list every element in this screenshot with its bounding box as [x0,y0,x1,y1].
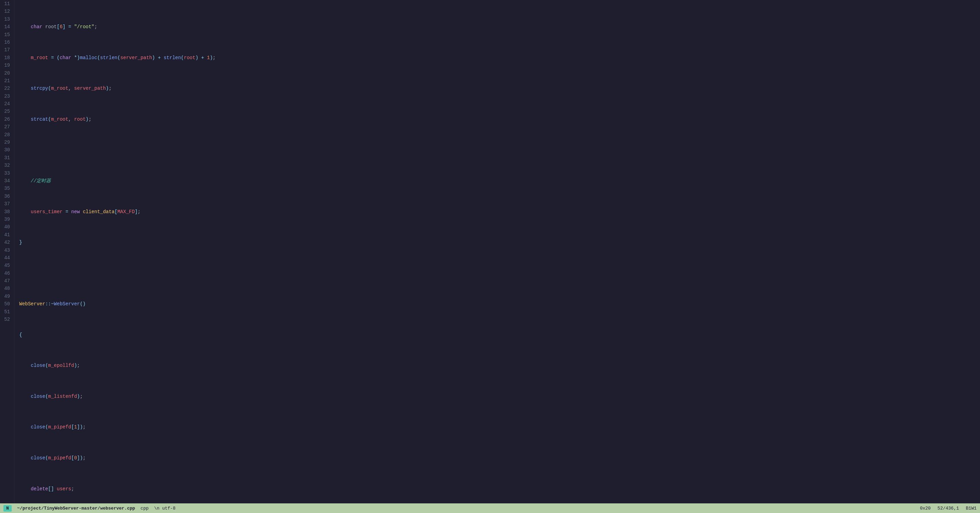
code-line-18: } [19,239,980,246]
line-ending: \n utf-8 [154,506,175,511]
code-line-23: close(m_listenfd); [19,393,980,400]
code-line-21: { [19,331,980,339]
status-bar: N ~/project/TinyWebServer-master/webserv… [0,503,980,513]
code-line-26: delete[] users; [19,485,980,493]
code-line-11: char root[6] = "/root"; [19,23,980,30]
code-line-24: close(m_pipefd[1]); [19,423,980,431]
lang-indicator: cpp [140,506,148,511]
code-line-15 [19,146,980,154]
code-line-22: close(m_epollfd); [19,362,980,369]
vim-mode-indicator: N [3,505,12,511]
status-right: 0x20 52/436,1 B1W1 [920,506,977,511]
code-line-25: close(m_pipefd[0]); [19,454,980,462]
hex-value: 0x20 [920,506,931,511]
line-numbers: 11 12 13 14 15 16 17 18 19 20 21 22 23 2… [0,0,14,503]
code-line-17: users_timer = new client_data[MAX_FD]; [19,208,980,215]
code-line-13: strcpy(m_root, server_path); [19,84,980,92]
code-line-16: //定时器 [19,177,980,185]
column-info: B1W1 [966,506,977,511]
code-line-14: strcat(m_root, root); [19,116,980,123]
file-path: ~/project/TinyWebServer-master/webserver… [17,506,135,511]
code-content[interactable]: char root[6] = "/root"; m_root = (char *… [14,0,980,503]
code-line-20: WebServer::~WebServer() [19,300,980,308]
code-line-12: m_root = (char *)malloc(strlen(server_pa… [19,54,980,62]
code-line-19 [19,269,980,277]
cursor-position: 52/436,1 [937,506,959,511]
status-left: N ~/project/TinyWebServer-master/webserv… [3,505,176,511]
code-editor[interactable]: 11 12 13 14 15 16 17 18 19 20 21 22 23 2… [0,0,980,503]
